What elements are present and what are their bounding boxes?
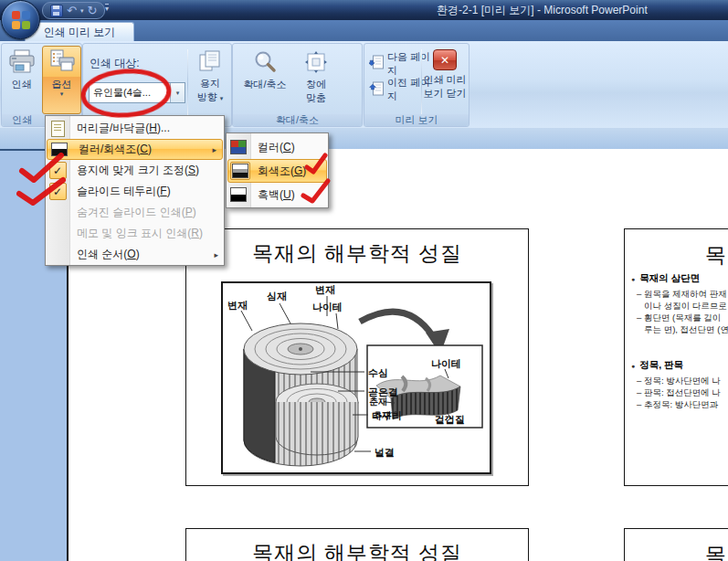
ribbon-group-preview: 다음 페이지 이전 페이지 ✕ 인쇄 미리 보기 닫기 미리 보기 <box>364 43 470 127</box>
fit-window-label-1: 창에 <box>306 78 326 91</box>
slide-preview-4: 목 <box>624 528 728 561</box>
menu-item-color-grayscale[interactable]: 컬러/회색조(C) ▸ <box>47 139 223 160</box>
fit-window-icon <box>304 47 328 78</box>
wood-anatomy-diagram: 변재 심재 변재 나이테 수심 곧은결 마구리 널결 나이테 춘재 추재 겉껍질 <box>221 281 491 474</box>
titlebar: ↶ ▾ ↻ ▾ 환경-2-1 [미리 보기] - Microsoft Power… <box>0 0 728 20</box>
slide2-line: – 원목을 제재하여 판재 <box>637 288 728 300</box>
zoom-button-label: 확대/축소 <box>243 78 286 91</box>
black-white-mode-icon <box>230 187 247 202</box>
slide2-line: – 판목: 접선단면에 나 <box>637 386 728 398</box>
print-what-label: 인쇄 대상: <box>90 56 140 71</box>
slide-preview-1: 목재의 해부학적 성질 <box>185 228 529 486</box>
options-dropdown-arrow-icon: ▾ <box>60 91 64 97</box>
slide2-line: 이나 성질이 다르므로 <box>644 300 728 312</box>
menu-item-printing-order[interactable]: 인쇄 순서(O) ▸ <box>46 244 224 265</box>
close-icon: ✕ <box>433 49 457 70</box>
undo-icon[interactable]: ↶ <box>67 4 77 17</box>
print-button[interactable]: 인쇄 <box>4 47 39 91</box>
slide-preview-3: 목재의 해부학적 성질 <box>185 528 529 561</box>
print-what-combobox[interactable]: 유인물(4슬... ▾ <box>89 82 185 103</box>
submenu-item-color[interactable]: 컬러(C) <box>227 135 328 159</box>
bullet-icon: ● <box>631 276 635 282</box>
preview-group-label: 미리 보기 <box>364 114 469 126</box>
prev-page-icon <box>369 80 384 98</box>
close-label-2: 보기 닫기 <box>423 87 466 101</box>
paper-orientation-icon <box>198 46 222 77</box>
diagram-label-sapwood-top: 변재 <box>315 284 335 295</box>
diagram-label-bark: 겉껍질 <box>435 414 465 425</box>
slide2-title-fragment: 목 <box>705 241 726 270</box>
slide3-title: 목재의 해부학적 성질 <box>186 539 528 561</box>
diagram-label-annual-ring2: 나이테 <box>431 358 461 369</box>
tab-print-preview[interactable]: 인쇄 미리 보기 <box>25 22 134 42</box>
diagram-label-heartwood: 심재 <box>267 291 287 302</box>
color-mode-icon <box>230 140 247 154</box>
zoom-button[interactable]: 확대/축소 <box>236 47 294 91</box>
powerpoint-window: ↶ ▾ ↻ ▾ 환경-2-1 [미리 보기] - Microsoft Power… <box>0 0 728 561</box>
slide2-body: ● 목재의 삼단면 – 원목을 제재하여 판재 이나 성질이 다르므로 – 횡단… <box>625 270 728 410</box>
orientation-label-1: 용지 <box>200 77 220 90</box>
slide2-line: – 횡단면 (목재를 길이 <box>637 312 728 323</box>
combobox-arrow-icon[interactable]: ▾ <box>170 83 185 102</box>
close-label-1: 인쇄 미리 <box>423 73 466 87</box>
office-button[interactable] <box>1 0 40 39</box>
grayscale-mode-icon <box>232 164 248 178</box>
slide1-title: 목재의 해부학적 성질 <box>186 239 528 268</box>
header-footer-icon <box>51 121 65 137</box>
orientation-button[interactable]: 용지 방향 ▾ <box>190 46 230 104</box>
diagram-label-summerwood: 추재 <box>373 410 391 420</box>
submenu-arrow-icon: ▸ <box>212 145 216 154</box>
submenu-arrow-icon: ▸ <box>214 250 218 259</box>
checkbox-checked-icon: ✓ <box>49 162 67 179</box>
quick-access-toolbar: ↶ ▾ ↻ <box>42 2 105 19</box>
options-button[interactable]: 옵션 ▾ <box>42 46 81 114</box>
options-button-label: 옵션 <box>52 78 72 91</box>
redo-icon[interactable]: ↻ <box>87 4 97 17</box>
slide2-section1-heading: ● 목재의 삼단면 <box>631 272 728 285</box>
slide2-line: 루는 면), 접선단면 (연 <box>644 323 728 335</box>
ribbon-tab-row: 인쇄 미리 보기 <box>0 20 728 41</box>
print-what-value: 유인물(4슬... <box>90 86 170 100</box>
diagram-label-pith: 수심 <box>368 367 388 378</box>
print-options-icon <box>48 47 76 78</box>
menu-item-frame-slides[interactable]: ✓ 슬라이드 테두리(F) <box>46 181 224 202</box>
diagram-label-sapwood-left: 변재 <box>227 300 248 311</box>
checkbox-checked-icon: ✓ <box>49 183 67 200</box>
zoom-group-label: 확대/축소 <box>233 114 362 126</box>
close-print-preview-button[interactable]: ✕ 인쇄 미리 보기 닫기 <box>423 49 467 101</box>
options-menu: 머리글/바닥글(H)... 컬러/회색조(C) ▸ ✓ 용지에 맞게 크기 조정… <box>45 115 225 266</box>
menu-item-header-footer[interactable]: 머리글/바닥글(H)... <box>46 118 224 139</box>
next-page-icon <box>369 55 384 72</box>
submenu-item-grayscale[interactable]: 회색조(G) <box>227 159 327 183</box>
menu-item-print-comments: 메모 및 잉크 표시 인쇄(R) <box>46 223 224 244</box>
diagram-label-springwood: 춘재 <box>369 397 387 407</box>
window-title: 환경-2-1 [미리 보기] - Microsoft PowerPoint <box>437 3 724 17</box>
office-logo-icon <box>12 11 30 29</box>
menu-item-scale-to-fit[interactable]: ✓ 용지에 맞게 크기 조정(S) <box>46 160 224 181</box>
fit-to-window-button[interactable]: 창에 맞춤 <box>296 47 336 105</box>
slide4-title-fragment: 목 <box>705 541 726 561</box>
slide2-line: – 추정목: 방사단면과 <box>637 398 728 410</box>
orientation-dropdown-arrow-icon: ▾ <box>220 95 224 101</box>
color-grayscale-submenu: 컬러(C) 회색조(G) 흑백(U) <box>226 132 329 208</box>
fit-window-label-2: 맞춤 <box>306 91 326 105</box>
bullet-icon: ● <box>631 363 635 369</box>
orientation-label-2: 방향 ▾ <box>197 90 224 104</box>
save-icon[interactable] <box>50 5 63 17</box>
undo-dropdown-icon[interactable]: ▾ <box>80 7 84 15</box>
diagram-label-flat-grain: 널결 <box>375 447 395 458</box>
submenu-item-black-white[interactable]: 흑백(U) <box>227 183 328 206</box>
print-button-label: 인쇄 <box>12 78 32 91</box>
slide-preview-2: 목 ● 목재의 삼단면 – 원목을 제재하여 판재 이나 성질이 다르므로 – … <box>624 228 728 486</box>
slide2-section2-heading: ● 정목, 판목 <box>631 359 728 372</box>
diagram-label-annual-ring: 나이테 <box>312 302 343 312</box>
qat-customize-icon[interactable]: ▾ <box>105 4 109 13</box>
slide2-line: – 정목: 방사단면에 나 <box>637 375 728 386</box>
printer-icon <box>8 47 36 78</box>
ribbon-group-zoom: 확대/축소 창에 맞춤 확대/축소 <box>232 43 363 127</box>
color-grayscale-icon <box>51 143 68 156</box>
menu-item-print-hidden-slides: 숨겨진 슬라이드 인쇄(P) <box>46 202 224 223</box>
magnifier-icon <box>253 47 277 78</box>
